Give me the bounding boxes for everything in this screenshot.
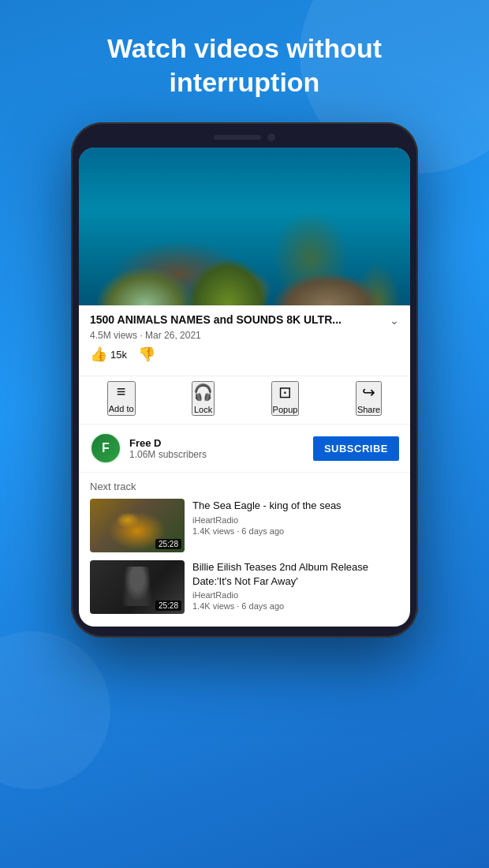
channel-info: Free D 1.06M subscribers [129,437,313,460]
video-meta: 4.5M views · Mar 26, 2021 [90,330,399,341]
thumbs-up-icon: 👍 [90,346,107,363]
like-button[interactable]: 👍 15k [90,346,127,363]
thumbs-down-icon: 👎 [138,346,155,363]
subscribe-button[interactable]: SUBSCRIBE [313,436,399,461]
next-track-label: Next track [90,481,399,492]
next-track-section: Next track 25:28 The Sea Eagle - king of… [79,473,410,627]
track-info-1: The Sea Eagle - king of the seas iHeartR… [192,499,399,536]
popup-button[interactable]: ⊡ Popup [271,381,300,416]
channel-avatar: F [90,432,121,464]
channel-subscribers: 1.06M subscribers [129,449,313,460]
video-views: 4.5M views [90,330,137,341]
track-meta-1: 1.4K views · 6 days ago [192,526,399,536]
like-row: 👍 15k 👎 [90,346,399,363]
add-to-icon: ≡ [117,383,126,401]
phone-top-bar [79,133,410,141]
channel-name[interactable]: Free D [129,437,313,449]
chevron-down-icon[interactable]: ⌄ [390,314,399,327]
track-title-1: The Sea Eagle - king of the seas [192,499,399,513]
coral-detail [79,211,410,305]
action-row: ≡ Add to 🎧 Lock ⊡ Popup ↪ Share [79,376,410,425]
headline: Watch videos without interruption [0,0,489,122]
lock-button[interactable]: 🎧 Lock [192,381,215,416]
video-date: Mar 26, 2021 [145,330,201,341]
track-meta-2: 1.4K views · 6 days ago [192,601,399,611]
video-thumbnail[interactable] [79,148,410,305]
track-info-2: Billie Eilish Teases 2nd Album Release D… [192,560,399,611]
like-count: 15k [110,349,127,361]
avatar-letter: F [102,441,110,455]
channel-row: F Free D 1.06M subscribers SUBSCRIBE [79,425,410,473]
duration-badge-1: 25:28 [155,539,181,549]
share-label: Share [357,405,380,414]
bg-decoration-2 [0,631,110,789]
dislike-button[interactable]: 👎 [138,346,155,363]
add-to-button[interactable]: ≡ Add to [107,381,136,416]
track-channel-2: iHeartRadio [192,590,399,600]
track-thumbnail-2: 25:28 [90,560,185,614]
list-item[interactable]: 25:28 Billie Eilish Teases 2nd Album Rel… [90,560,399,614]
video-title: 1500 ANIMALS NAMES and SOUNDS 8K ULTR... [90,313,385,326]
popup-icon: ⊡ [278,383,292,402]
phone-screen: 1500 ANIMALS NAMES and SOUNDS 8K ULTR...… [79,148,410,627]
track-title-2: Billie Eilish Teases 2nd Album Release D… [192,560,399,588]
video-title-row: 1500 ANIMALS NAMES and SOUNDS 8K ULTR...… [90,313,399,327]
track-thumbnail-1: 25:28 [90,499,185,552]
lock-icon: 🎧 [193,383,213,402]
popup-label: Popup [273,405,298,414]
list-item[interactable]: 25:28 The Sea Eagle - king of the seas i… [90,499,399,552]
phone-camera [267,133,275,141]
share-button[interactable]: ↪ Share [356,381,382,416]
duration-badge-2: 25:28 [155,600,181,611]
phone-frame: 1500 ANIMALS NAMES and SOUNDS 8K ULTR...… [71,122,418,638]
person-image [121,567,153,606]
track-channel-1: iHeartRadio [192,515,399,525]
add-to-label: Add to [109,404,134,413]
phone-speaker [214,135,261,140]
video-info-section: 1500 ANIMALS NAMES and SOUNDS 8K ULTR...… [79,305,410,376]
share-icon: ↪ [362,383,375,402]
lock-label: Lock [194,405,212,414]
